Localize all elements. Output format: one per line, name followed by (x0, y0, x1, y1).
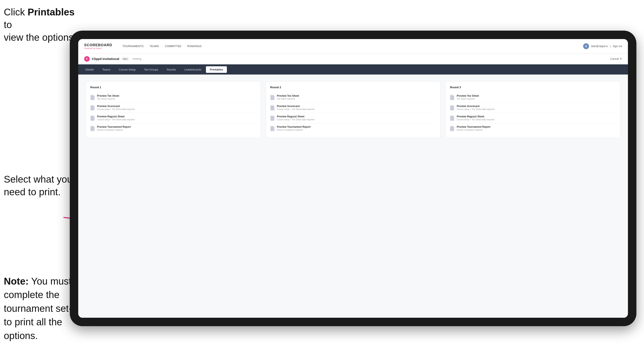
scorecard-text-r2: Preview Scorecard Course setup + Tee She… (277, 105, 314, 110)
rounds-grid: Round 1 Preview Tee Sheet Tee Sheet requ… (86, 81, 620, 138)
tee-sheet-icon-r1 (90, 95, 95, 100)
raguzzi-subtitle-r2: Course setup + Tee Sheet data required (277, 118, 314, 121)
scorecard-subtitle-r3: Course setup + Tee Sheet data required (457, 108, 494, 110)
nav-teams[interactable]: TEAMS (150, 44, 159, 48)
tablet-device: SCOREBOARD Powered by clippd TOURNAMENTS… (70, 31, 636, 326)
tee-sheet-title-r3: Preview Tee Sheet (457, 94, 479, 97)
tournament-report-subtitle-r1: Round Completion required (97, 129, 131, 131)
round-1-section: Round 1 Preview Tee Sheet Tee Sheet requ… (86, 81, 261, 138)
round-1-raguzzi[interactable]: Preview Raguzzi Sheet Course setup + Tee… (90, 113, 256, 123)
instruction-middle-text: Select what youneed to print. (4, 174, 72, 197)
scorecard-text-r3: Preview Scorecard Course setup + Tee She… (457, 105, 494, 110)
tee-sheet-icon-r3 (450, 95, 454, 100)
note-bold: Note: (4, 276, 29, 287)
scorecard-subtitle-r2: Course setup + Tee Sheet data required (277, 108, 314, 110)
tee-sheet-text-r2: Preview Tee Sheet Tee Sheet required (277, 94, 299, 100)
top-nav: SCOREBOARD Powered by clippd TOURNAMENTS… (78, 39, 628, 53)
scorecard-subtitle-r1: Course setup + Tee Sheet data required (97, 108, 134, 110)
tournament-status: Hosting (132, 57, 141, 60)
scorecard-icon-r1 (90, 105, 95, 111)
tee-sheet-subtitle-r1: Tee Sheet required (97, 98, 119, 100)
tournament-report-text-r2: Preview Tournament Report Round Completi… (277, 125, 310, 131)
scorecard-title-r3: Preview Scorecard (457, 105, 494, 108)
tournament-name: Clippd Invitational (92, 57, 119, 61)
tournament-report-text-r3: Preview Tournament Report Round Completi… (457, 125, 490, 131)
tournament-report-title-r1: Preview Tournament Report (97, 125, 131, 128)
user-email: blair@clippd.io (591, 45, 608, 48)
tournament-report-title-r2: Preview Tournament Report (277, 125, 310, 128)
round-3-title: Round 3 (450, 86, 616, 89)
round-1-tournament-report[interactable]: Preview Tournament Report Round Completi… (90, 123, 256, 133)
sub-nav: Details Teams Course Setup Tee Groups Re… (78, 64, 628, 75)
tee-sheet-title-r2: Preview Tee Sheet (277, 94, 299, 97)
raguzzi-subtitle-r1: Course setup + Tee Sheet data required (97, 118, 134, 121)
round-2-tournament-report[interactable]: Preview Tournament Report Round Completi… (270, 123, 436, 133)
sign-out-link[interactable]: Sign out (613, 45, 622, 48)
instruction-top-text: Click Printables toview the options. (4, 6, 76, 43)
round-1-tee-sheet[interactable]: Preview Tee Sheet Tee Sheet required (90, 92, 256, 103)
brand-sub: Powered by clippd (84, 47, 112, 49)
tournament-report-icon-r2 (270, 126, 275, 131)
round-3-raguzzi[interactable]: Preview Raguzzi Sheet Course setup + Tee… (450, 113, 616, 123)
raguzzi-text-r2: Preview Raguzzi Sheet Course setup + Tee… (277, 115, 314, 121)
nav-tournaments[interactable]: TOURNAMENTS (122, 44, 144, 48)
round-2-tee-sheet[interactable]: Preview Tee Sheet Tee Sheet required (270, 92, 436, 103)
scorecard-title-r1: Preview Scorecard (97, 105, 134, 108)
round-3-scorecard[interactable]: Preview Scorecard Course setup + Tee She… (450, 103, 616, 113)
raguzzi-title-r1: Preview Raguzzi Sheet (97, 115, 134, 118)
scorecard-text-r1: Preview Scorecard Course setup + Tee She… (97, 105, 134, 110)
main-content: Round 1 Preview Tee Sheet Tee Sheet requ… (78, 75, 628, 318)
round-1-scorecard[interactable]: Preview Scorecard Course setup + Tee She… (90, 103, 256, 113)
instruction-middle: Select what youneed to print. (4, 173, 72, 198)
tablet-screen: SCOREBOARD Powered by clippd TOURNAMENTS… (78, 39, 628, 318)
tab-teams[interactable]: Teams (98, 66, 114, 73)
tournament-logo: C (84, 56, 90, 62)
tee-sheet-text-r3: Preview Tee Sheet Tee Sheet required (457, 94, 479, 100)
scorecard-icon-r2 (270, 105, 275, 111)
tournament-report-icon-r3 (450, 126, 454, 131)
tee-sheet-subtitle-r3: Tee Sheet required (457, 98, 479, 100)
tee-sheet-icon-r2 (270, 95, 275, 100)
tab-details[interactable]: Details (82, 66, 98, 73)
raguzzi-text-r3: Preview Raguzzi Sheet Course setup + Tee… (457, 115, 494, 121)
round-3-tournament-report[interactable]: Preview Tournament Report Round Completi… (450, 123, 616, 133)
tournament-report-subtitle-r3: Round Completion required (457, 129, 490, 131)
tab-course-setup[interactable]: Course Setup (115, 66, 140, 73)
tournament-report-icon-r1 (90, 126, 95, 131)
tournament-logo-letter: C (86, 57, 88, 60)
round-2-raguzzi[interactable]: Preview Raguzzi Sheet Course setup + Tee… (270, 113, 436, 123)
raguzzi-icon-r3 (450, 116, 454, 121)
brand: SCOREBOARD Powered by clippd (84, 43, 112, 49)
tournament-report-title-r3: Preview Tournament Report (457, 125, 490, 128)
printables-bold: Printables (28, 6, 74, 17)
user-avatar: B (583, 43, 589, 49)
cancel-button[interactable]: Cancel ✕ (610, 57, 622, 60)
tournament-report-subtitle-r2: Round Completion required (277, 129, 310, 131)
cancel-icon: ✕ (620, 57, 622, 60)
brand-title: SCOREBOARD (84, 43, 112, 47)
tab-results[interactable]: Results (163, 66, 180, 73)
scorecard-icon-r3 (450, 105, 454, 111)
raguzzi-icon-r1 (90, 116, 95, 121)
tee-sheet-title-r1: Preview Tee Sheet (97, 94, 119, 97)
round-3-section: Round 3 Preview Tee Sheet Tee Sheet requ… (446, 81, 620, 138)
tab-leaderboards[interactable]: Leaderboards (180, 66, 205, 73)
round-2-scorecard[interactable]: Preview Scorecard Course setup + Tee She… (270, 103, 436, 113)
nav-rankings[interactable]: RANKINGS (187, 44, 202, 48)
tournament-report-text-r1: Preview Tournament Report Round Completi… (97, 125, 131, 131)
round-2-title: Round 2 (270, 86, 436, 89)
cancel-label: Cancel (610, 57, 619, 60)
round-1-title: Round 1 (90, 86, 256, 89)
tournament-title-row: C Clippd Invitational Men Hosting (84, 56, 141, 62)
round-3-tee-sheet[interactable]: Preview Tee Sheet Tee Sheet required (450, 92, 616, 103)
nav-committee[interactable]: COMMITTEE (165, 44, 182, 48)
tee-sheet-subtitle-r2: Tee Sheet required (277, 98, 299, 100)
raguzzi-text-r1: Preview Raguzzi Sheet Course setup + Tee… (97, 115, 134, 121)
tournament-header: C Clippd Invitational Men Hosting Cancel… (78, 53, 628, 64)
raguzzi-title-r2: Preview Raguzzi Sheet (277, 115, 314, 118)
tab-printables[interactable]: Printables (206, 66, 227, 73)
tournament-badge: Men (121, 57, 129, 61)
tab-tee-groups[interactable]: Tee Groups (140, 66, 162, 73)
tee-sheet-text-r1: Preview Tee Sheet Tee Sheet required (97, 94, 119, 100)
nav-separator: | (610, 45, 610, 48)
